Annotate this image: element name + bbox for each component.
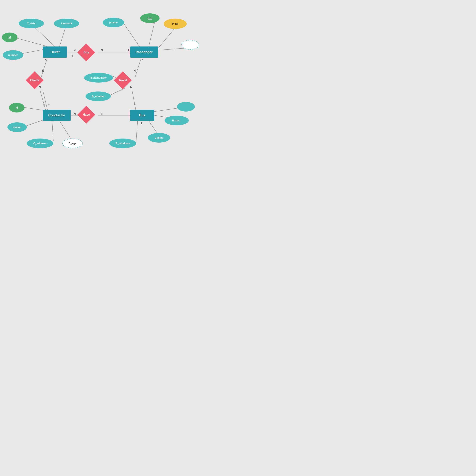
attribute-c-age: C_age [62, 138, 83, 148]
svg-line-22 [136, 121, 137, 141]
entity-bus: Bus [130, 110, 154, 121]
attribute-t-number: number [3, 50, 23, 60]
mult-check-1b: 1 [48, 102, 50, 106]
mult-bus-bottom-1: 1 [141, 122, 142, 125]
mult-ticket-star: * [45, 59, 46, 62]
svg-line-26 [43, 90, 47, 110]
er-diagram: Ticket Passenger Conductor Bus Buy Check… [0, 0, 238, 238]
attribute-bus-extra [177, 102, 195, 112]
attribute-pname: pname [103, 18, 124, 27]
entity-conductor: Conductor [43, 110, 71, 121]
attribute-t-amount: t.amount [54, 18, 79, 28]
svg-line-11 [40, 90, 46, 110]
svg-line-10 [41, 58, 47, 78]
attribute-p-sitenumber: p.sitenumber [84, 73, 113, 83]
mult-check-ticket-n: N [42, 69, 44, 72]
mult-travel-bus-1: 1 [134, 102, 136, 106]
svg-line-8 [158, 28, 175, 48]
diagram-lines [0, 0, 238, 238]
svg-line-21 [60, 121, 72, 141]
attribute-t-date: T_date [18, 18, 44, 28]
attribute-p-id: p.id [140, 13, 160, 23]
attribute-p-no: P_no [164, 18, 187, 29]
mult-buy-passenger-n: N [101, 49, 103, 52]
svg-line-2 [15, 38, 47, 47]
attribute-b-number: B_number [85, 91, 111, 101]
svg-line-6 [124, 24, 139, 47]
relationship-have: Have [77, 106, 95, 124]
entity-ticket: Ticket [43, 47, 67, 58]
attribute-conductor-id: id [9, 103, 25, 113]
mult-travel-bus-n: N [130, 85, 132, 89]
mult-check-1a: 1 [43, 102, 45, 106]
mult-buy-passenger-1: 1 [128, 49, 129, 52]
mult-have-bus-n: N [101, 113, 103, 116]
mult-have-conductor-n: N [74, 113, 76, 116]
mult-buy-ticket-1: 1 [72, 54, 73, 58]
svg-line-14 [132, 90, 136, 110]
mult-check-conductor-n: N [39, 85, 41, 89]
attribute-b-route: B.rou... [165, 116, 189, 125]
svg-line-7 [149, 22, 155, 47]
mult-buy-ticket-n: N [73, 49, 76, 52]
relationship-check: Check [26, 71, 44, 89]
svg-line-15 [111, 88, 125, 95]
mult-travel-passenger-n: N [134, 69, 136, 72]
relationship-buy: Buy [77, 44, 95, 61]
svg-line-20 [52, 121, 53, 141]
svg-line-9 [158, 48, 188, 50]
attribute-b-windows: B_windows [109, 138, 136, 148]
relationship-travel: Travel [114, 71, 132, 89]
attribute-c-address: C_address [27, 138, 53, 148]
svg-line-12 [135, 58, 141, 78]
svg-line-18 [25, 107, 46, 111]
svg-line-3 [20, 49, 45, 54]
attribute-b-sites: B.sites [148, 133, 170, 143]
mult-passenger-star: * [142, 59, 143, 62]
attribute-cname: cname [7, 122, 27, 132]
attribute-p-phone [181, 40, 199, 50]
entity-passenger: Passenger [130, 47, 158, 58]
attribute-ticket-id: id [2, 33, 17, 42]
